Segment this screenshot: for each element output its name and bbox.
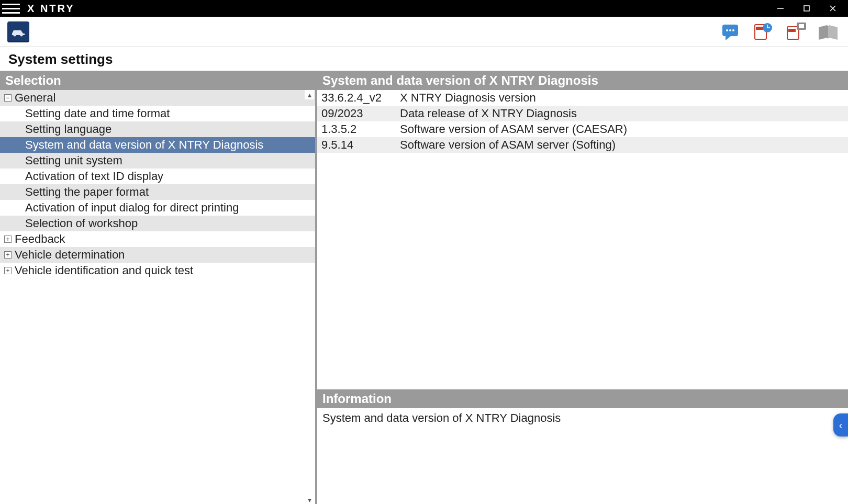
svg-point-4 bbox=[14, 33, 16, 36]
svg-point-5 bbox=[20, 33, 23, 36]
tree-item-label: Setting language bbox=[25, 122, 111, 136]
tree-item[interactable]: Selection of workshop bbox=[0, 216, 315, 231]
detail-header: System and data version of X NTRY Diagno… bbox=[317, 71, 848, 90]
data-row: 33.6.2.4_v2 X NTRY Diagnosis version bbox=[317, 90, 848, 106]
vehicle-home-button[interactable] bbox=[7, 21, 29, 42]
tree-item[interactable]: Setting unit system bbox=[0, 153, 315, 169]
expand-icon[interactable]: + bbox=[4, 267, 12, 274]
svg-rect-1 bbox=[804, 6, 809, 11]
svg-rect-17 bbox=[788, 29, 796, 32]
pdf-print-icon[interactable] bbox=[783, 20, 808, 43]
tree-item-label: Activation of input dialog for direct pr… bbox=[25, 201, 239, 215]
chevron-left-icon: ‹ bbox=[839, 419, 843, 431]
data-row: 1.3.5.2 Software version of ASAM server … bbox=[317, 121, 848, 137]
detail-data: 33.6.2.4_v2 X NTRY Diagnosis version 09/… bbox=[317, 90, 848, 389]
data-row: 9.5.14 Software version of ASAM server (… bbox=[317, 137, 848, 153]
tree-group-feedback[interactable]: + Feedback bbox=[0, 231, 315, 247]
tree-item[interactable]: Setting language bbox=[0, 121, 315, 137]
window-maximize-button[interactable] bbox=[794, 0, 820, 17]
tree-item-label: Setting date and time format bbox=[25, 107, 170, 120]
collapse-icon[interactable]: − bbox=[4, 94, 12, 102]
tree-item-label: Setting unit system bbox=[25, 154, 122, 167]
book-manual-icon[interactable] bbox=[816, 20, 841, 43]
data-value: 9.5.14 bbox=[321, 138, 400, 152]
tree-item-label: System and data version of X NTRY Diagno… bbox=[25, 138, 263, 152]
svg-point-9 bbox=[729, 29, 731, 31]
detail-panel: System and data version of X NTRY Diagno… bbox=[317, 71, 848, 504]
data-label: Software version of ASAM server (Softing… bbox=[400, 138, 616, 152]
hamburger-menu-icon[interactable] bbox=[2, 1, 20, 16]
tree-group-general[interactable]: − General bbox=[0, 90, 315, 106]
data-label: X NTRY Diagnosis version bbox=[400, 91, 536, 105]
tree-group-label: Vehicle determination bbox=[15, 248, 125, 262]
svg-point-10 bbox=[732, 29, 734, 31]
window-close-button[interactable] bbox=[820, 0, 846, 17]
tree-group-vehicle-determination[interactable]: + Vehicle determination bbox=[0, 247, 315, 263]
content-area: Selection ▴ − General Setting date and t… bbox=[0, 71, 848, 504]
selection-panel: Selection ▴ − General Setting date and t… bbox=[0, 71, 317, 504]
svg-point-8 bbox=[726, 29, 728, 31]
svg-rect-19 bbox=[799, 24, 804, 28]
tree-item[interactable]: Activation of text ID display bbox=[0, 169, 315, 184]
data-label: Software version of ASAM server (CAESAR) bbox=[400, 122, 627, 136]
scroll-down-icon[interactable]: ▾ bbox=[305, 495, 314, 504]
tree-item[interactable]: Setting date and time format bbox=[0, 106, 315, 121]
data-value: 33.6.2.4_v2 bbox=[321, 91, 400, 105]
tree-group-vehicle-identification[interactable]: + Vehicle identification and quick test bbox=[0, 263, 315, 278]
tree-item-label: Selection of workshop bbox=[25, 217, 138, 230]
page-title: System settings bbox=[0, 47, 848, 71]
expand-icon[interactable]: + bbox=[4, 236, 12, 243]
information-text: System and data version of X NTRY Diagno… bbox=[317, 408, 848, 428]
information-panel: Information System and data version of X… bbox=[317, 389, 848, 504]
svg-rect-12 bbox=[756, 27, 763, 30]
chat-support-icon[interactable] bbox=[718, 20, 743, 43]
tree-item[interactable]: Setting the paper format bbox=[0, 184, 315, 200]
tree-item-label: Setting the paper format bbox=[25, 185, 149, 199]
titlebar: X NTRY bbox=[0, 0, 848, 17]
data-row: 09/2023 Data release of X NTRY Diagnosis bbox=[317, 106, 848, 121]
data-value: 09/2023 bbox=[321, 107, 400, 120]
expand-icon[interactable]: + bbox=[4, 251, 12, 259]
window-minimize-button[interactable] bbox=[767, 0, 794, 17]
selection-tree: ▴ − General Setting date and time format… bbox=[0, 90, 315, 504]
tree-item[interactable]: Activation of input dialog for direct pr… bbox=[0, 200, 315, 216]
svg-marker-7 bbox=[726, 36, 731, 40]
selection-header: Selection bbox=[0, 71, 315, 90]
tree-item-selected[interactable]: System and data version of X NTRY Diagno… bbox=[0, 137, 315, 153]
data-value: 1.3.5.2 bbox=[321, 122, 400, 136]
pdf-scheduled-export-icon[interactable] bbox=[751, 20, 776, 43]
app-title: X NTRY bbox=[27, 3, 75, 15]
toolbar bbox=[0, 17, 848, 47]
tree-item-label: Activation of text ID display bbox=[25, 170, 163, 183]
tree-group-label: General bbox=[15, 91, 55, 105]
tree-group-label: Feedback bbox=[15, 232, 65, 246]
scroll-up-icon[interactable]: ▴ bbox=[305, 90, 314, 99]
information-header: Information bbox=[317, 389, 848, 408]
data-label: Data release of X NTRY Diagnosis bbox=[400, 107, 577, 120]
tree-group-label: Vehicle identification and quick test bbox=[15, 264, 193, 277]
side-drawer-handle[interactable]: ‹ bbox=[833, 413, 848, 436]
